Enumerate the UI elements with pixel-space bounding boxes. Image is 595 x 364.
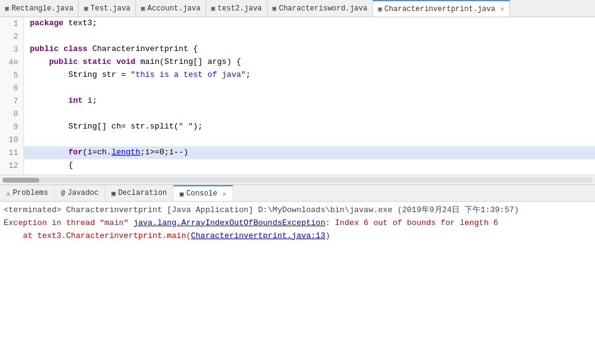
line-number: 9	[0, 121, 23, 133]
tab-label: Test.java	[90, 4, 130, 13]
line-content: public static void main(String[] args) {	[23, 56, 595, 69]
line-number: 13	[0, 172, 23, 175]
table-row: 12 {	[0, 159, 595, 172]
exception-link[interactable]: java.lang.ArrayIndexOutOfBoundsException	[134, 218, 325, 228]
file-icon: ▣	[211, 4, 215, 12]
table-row: 3 public class Characterinvertprint {	[0, 43, 595, 56]
tab-test2[interactable]: ▣ test2.java	[206, 0, 268, 17]
line-content	[23, 82, 595, 95]
tab-bar: ▣ Rectangle.java ▣ Test.java ▣ Account.j…	[0, 0, 595, 17]
table-row: 4⊖ public static void main(String[] args…	[0, 56, 595, 69]
console-terminated-line: <terminated> Characterinvertprint [Java …	[4, 204, 591, 217]
tab-Characterisword[interactable]: ▣ Characterisword.java	[268, 0, 373, 17]
tab-label: Characterinvertprint.java	[385, 5, 495, 14]
tab-label: Characterisword.java	[279, 4, 367, 13]
table-row: 8	[0, 108, 595, 121]
table-row: 10	[0, 133, 595, 146]
console-close-icon[interactable]: ✕	[222, 190, 226, 198]
file-icon: ▣	[378, 5, 382, 13]
console-area: <terminated> Characterinvertprint [Java …	[0, 202, 595, 364]
file-icon: ▣	[273, 4, 277, 12]
line-content: {	[23, 159, 595, 172]
code-editor[interactable]: 1 package text3; 2 3 public class Charac…	[0, 17, 595, 175]
console-error-line1: Exception in thread "main" java.lang.Arr…	[4, 217, 591, 230]
line-number: 11	[0, 146, 23, 159]
file-icon: ▣	[84, 4, 88, 12]
line-number: 4⊖	[0, 56, 23, 69]
line-content: int i;	[23, 95, 595, 108]
tab-javadoc-label: Javadoc	[68, 189, 98, 197]
tab-Characterinvertprint[interactable]: ▣ Characterinvertprint.java ✕	[373, 0, 509, 17]
file-icon: ▣	[141, 4, 145, 12]
bottom-tab-bar: ⚠ Problems @ Javadoc ▣ Declaration ▣ Con…	[0, 184, 595, 202]
line-number: 7	[0, 95, 23, 108]
line-number: 3	[0, 43, 23, 56]
table-row: 13 System.out.print(ch[i]);	[0, 172, 595, 175]
code-table: 1 package text3; 2 3 public class Charac…	[0, 17, 595, 175]
scrollbar-track[interactable]	[2, 178, 593, 183]
scrollbar-thumb[interactable]	[2, 178, 39, 183]
line-content: package text3;	[23, 17, 595, 30]
tab-label: Rectangle.java	[12, 4, 74, 13]
line-number: 5	[0, 69, 23, 82]
table-row: 5 String str = "this is a test of java";	[0, 69, 595, 82]
tab-Rectangle[interactable]: ▣ Rectangle.java	[0, 0, 79, 17]
tab-Test[interactable]: ▣ Test.java	[79, 0, 135, 17]
line-content: for(i=ch.length;i>=0;i--)	[23, 146, 595, 159]
line-number: 6	[0, 82, 23, 95]
line-content: public class Characterinvertprint {	[23, 43, 595, 56]
horizontal-scrollbar[interactable]	[0, 175, 595, 184]
javadoc-icon: @	[61, 189, 65, 197]
tab-label: Account.java	[148, 4, 201, 13]
line-number: 1	[0, 17, 23, 30]
tab-declaration[interactable]: ▣ Declaration	[105, 185, 174, 201]
table-row: 1 package text3;	[0, 17, 595, 30]
table-row: 11 for(i=ch.length;i>=0;i--)	[0, 146, 595, 159]
tab-Account[interactable]: ▣ Account.java	[136, 0, 206, 17]
tab-console[interactable]: ▣ Console ✕	[174, 185, 233, 201]
tab-label: test2.java	[218, 4, 262, 13]
line-number: 8	[0, 108, 23, 121]
file-icon: ▣	[5, 4, 9, 12]
console-error-line2: at text3.Characterinvertprint.main(Chara…	[4, 230, 591, 243]
console-icon: ▣	[180, 190, 184, 198]
line-content: System.out.print(ch[i]);	[23, 172, 595, 175]
stacktrace-link[interactable]: Characterinvertprint.java:13	[191, 231, 325, 240]
tab-problems-label: Problems	[13, 189, 49, 197]
line-content	[23, 133, 595, 146]
line-number: 12	[0, 159, 23, 172]
problems-icon: ⚠	[6, 189, 10, 197]
line-number: 2	[0, 30, 23, 43]
line-content: String[] ch= str.split(" ");	[23, 121, 595, 133]
table-row: 9 String[] ch= str.split(" ");	[0, 121, 595, 133]
tab-console-label: Console	[186, 189, 217, 198]
table-row: 7 int i;	[0, 95, 595, 108]
line-content	[23, 108, 595, 121]
tab-javadoc[interactable]: @ Javadoc	[55, 185, 105, 201]
tab-problems[interactable]: ⚠ Problems	[0, 185, 55, 201]
declaration-icon: ▣	[111, 189, 116, 197]
table-row: 6	[0, 82, 595, 95]
line-content: String str = "this is a test of java";	[23, 69, 595, 82]
line-content	[23, 30, 595, 43]
tab-declaration-label: Declaration	[118, 189, 167, 197]
tab-close-icon[interactable]: ✕	[500, 5, 505, 13]
line-number: 10	[0, 133, 23, 146]
table-row: 2	[0, 30, 595, 43]
